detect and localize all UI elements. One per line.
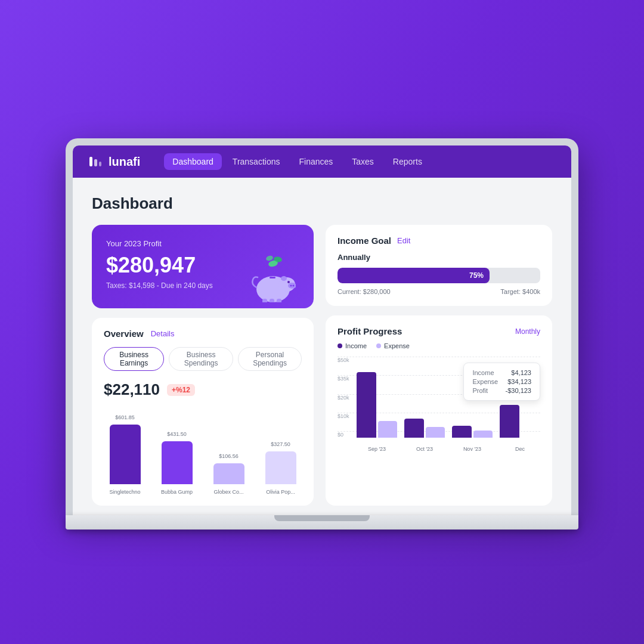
nav-finances[interactable]: Finances xyxy=(290,153,341,170)
nav-items: Dashboard Transactions Finances Taxes Re… xyxy=(164,153,557,170)
tooltip-profit-key: Profit xyxy=(472,387,488,394)
income-goal-card: Income Goal Edit Annually 75% Current: $… xyxy=(326,225,552,306)
bar-group-1: $431.50Bubba Gump xyxy=(156,431,198,495)
legend-expense: Expense xyxy=(376,342,410,349)
navbar: lunafi Dashboard Transactions Finances T… xyxy=(73,145,571,178)
logo: lunafi xyxy=(87,153,140,170)
nav-dashboard[interactable]: Dashboard xyxy=(164,153,222,170)
profit-expense-bar-1 xyxy=(426,427,445,438)
svg-rect-1 xyxy=(94,159,97,166)
legend-row: Income Expense xyxy=(338,342,540,349)
monthly-link[interactable]: Monthly xyxy=(515,327,540,336)
profit-income-bar-3 xyxy=(500,405,519,438)
overview-title: Overview xyxy=(104,329,144,339)
grid-label-20k: $20k xyxy=(338,395,354,401)
overview-section: Overview Details Business Earnings Busin… xyxy=(92,318,314,506)
expense-legend-dot xyxy=(376,343,381,348)
profit-year-label: Your 2023 Profit xyxy=(106,239,299,248)
annually-label: Annually xyxy=(338,253,540,262)
svg-rect-2 xyxy=(99,162,101,166)
bar-3 xyxy=(265,451,296,484)
tab-business-earnings[interactable]: Business Earnings xyxy=(104,347,164,371)
tooltip-profit-value: -$30,123 xyxy=(506,387,531,394)
bar-bottom-label-2: Globex Co... xyxy=(213,489,243,495)
profit-bar-group-2 xyxy=(452,426,493,438)
bar-top-label-1: $431.50 xyxy=(167,431,187,437)
x-label-0: Sep '23 xyxy=(357,446,397,452)
tooltip-expense-row: Expense $34,123 xyxy=(472,378,531,385)
x-labels: Sep '23Oct '23Nov '23Dec xyxy=(357,446,540,452)
profit-bar-group-3 xyxy=(500,405,540,438)
left-col: Your 2023 Profit $280,947 Taxes: $14,598… xyxy=(92,225,314,506)
grid-label-10k: $10k xyxy=(338,413,354,419)
progress-bar-bg: 75% xyxy=(338,268,540,283)
laptop-notch xyxy=(274,515,370,521)
tooltip-income-row: Income $4,123 xyxy=(472,369,531,376)
overview-header: Overview Details xyxy=(104,329,302,339)
details-link[interactable]: Details xyxy=(151,329,175,338)
bar-bottom-label-0: Singletechno xyxy=(109,489,140,495)
income-goal-title: Income Goal xyxy=(338,236,391,246)
income-legend-dot xyxy=(338,343,342,348)
x-label-1: Oct '23 xyxy=(404,446,445,452)
bar-group-3: $327.50Olivia Pop... xyxy=(259,441,302,495)
logo-text: lunafi xyxy=(109,155,140,169)
page-title: Dashboard xyxy=(92,194,552,213)
tab-personal-spendings[interactable]: Personal Spendings xyxy=(238,347,302,371)
profit-income-bar-2 xyxy=(452,426,472,438)
main-content: Dashboard Your 2023 Profit $280,947 Taxe… xyxy=(73,178,571,515)
bar-group-0: $601.85Singletechno xyxy=(104,414,146,495)
svg-rect-16 xyxy=(277,299,281,302)
change-badge: +%12 xyxy=(167,384,195,396)
svg-point-8 xyxy=(281,276,287,281)
svg-point-11 xyxy=(293,285,295,287)
profit-income-bar-1 xyxy=(404,419,424,438)
overview-bar-chart: $601.85Singletechno$431.50Bubba Gump$106… xyxy=(104,408,302,495)
bar-bottom-label-1: Bubba Gump xyxy=(161,489,193,495)
x-label-2: Nov '23 xyxy=(452,446,493,452)
profit-expense-bar-0 xyxy=(378,421,398,438)
bar-bottom-label-3: Olivia Pop... xyxy=(266,489,295,495)
bar-2 xyxy=(213,463,244,484)
piggy-icon xyxy=(242,255,296,302)
tab-business-spendings[interactable]: Business Spendings xyxy=(169,347,233,371)
profit-income-bar-0 xyxy=(357,372,376,438)
grid-label-0: $0 xyxy=(338,432,354,438)
profit-progress-header: Profit Progress Monthly xyxy=(338,326,540,336)
grid-label-50k: $50k xyxy=(338,357,354,363)
bar-0 xyxy=(110,425,141,484)
svg-point-5 xyxy=(265,255,274,262)
nav-transactions[interactable]: Transactions xyxy=(224,153,289,170)
profit-expense-bar-2 xyxy=(473,431,493,438)
content-grid: Your 2023 Profit $280,947 Taxes: $14,598… xyxy=(92,225,552,506)
nav-reports[interactable]: Reports xyxy=(385,153,431,170)
bar-top-label-2: $106.56 xyxy=(219,453,239,459)
laptop-wrapper: lunafi Dashboard Transactions Finances T… xyxy=(66,138,578,530)
nav-taxes[interactable]: Taxes xyxy=(343,153,382,170)
svg-point-10 xyxy=(290,285,292,287)
laptop-screen: lunafi Dashboard Transactions Finances T… xyxy=(66,138,578,515)
progress-bar-fill: 75% xyxy=(338,268,490,283)
income-goal-header: Income Goal Edit xyxy=(338,236,540,246)
edit-link[interactable]: Edit xyxy=(397,236,410,245)
legend-income: Income xyxy=(338,342,367,349)
target-label: Target: $400k xyxy=(500,288,540,295)
bar-1 xyxy=(162,441,193,484)
tooltip-profit-row: Profit -$30,123 xyxy=(472,387,531,394)
svg-rect-14 xyxy=(262,299,267,302)
tooltip-expense-value: $34,123 xyxy=(507,378,531,385)
overview-tabs: Business Earnings Business Spendings Per… xyxy=(104,347,302,371)
tooltip-expense-key: Expense xyxy=(472,378,498,385)
progress-labels: Current: $280,000 Target: $400k xyxy=(338,288,540,295)
svg-rect-0 xyxy=(89,157,92,166)
profit-progress-title: Profit Progress xyxy=(338,326,402,336)
profit-progress-card: Profit Progress Monthly Income xyxy=(326,315,552,506)
bar-top-label-3: $327.50 xyxy=(271,441,290,447)
bar-top-label-0: $601.85 xyxy=(115,414,135,420)
screen-content: lunafi Dashboard Transactions Finances T… xyxy=(73,145,571,515)
earnings-amount: $22,110 xyxy=(104,380,160,399)
right-col: Income Goal Edit Annually 75% Current: $… xyxy=(326,225,552,506)
progress-pct: 75% xyxy=(469,271,484,280)
expense-legend-label: Expense xyxy=(384,342,410,349)
chart-tooltip: Income $4,123 Expense $34,123 Profit xyxy=(463,363,540,401)
